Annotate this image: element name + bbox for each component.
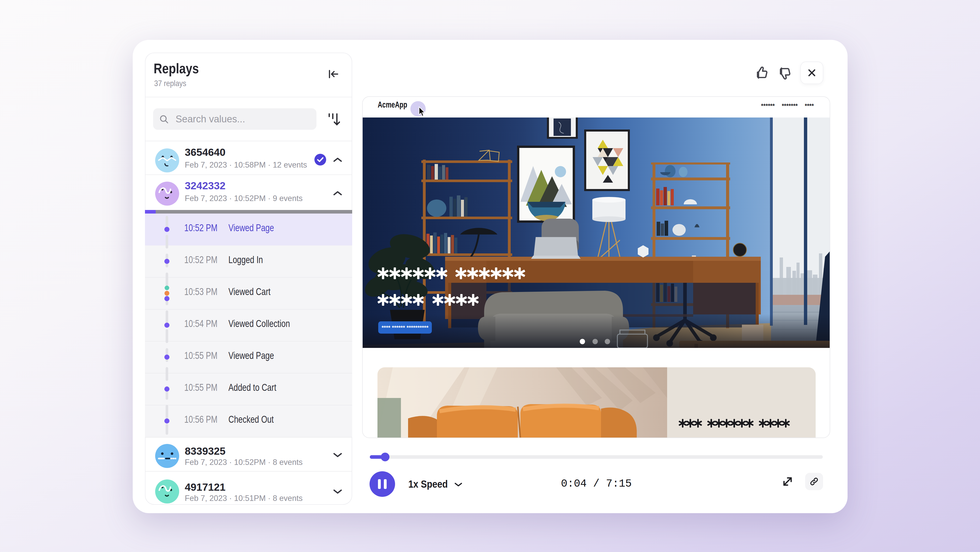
svg-text:**** ****** **********: **** ****** ********** [382, 324, 428, 331]
